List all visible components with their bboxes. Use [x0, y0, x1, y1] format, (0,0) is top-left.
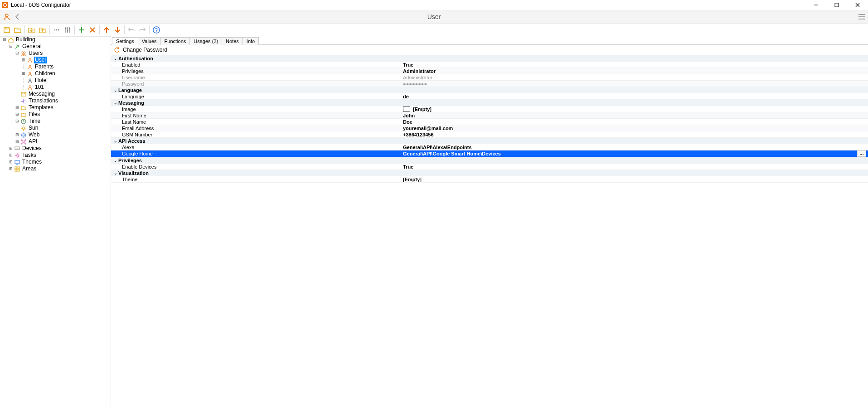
prop-firstname[interactable]: First NameJohn — [111, 112, 868, 119]
tree-item-general[interactable]: General — [21, 43, 43, 50]
user-icon — [27, 78, 33, 84]
prop-alexa[interactable]: AlexaGeneral\API\Alexa\Endpoints — [111, 144, 868, 150]
tree-item-sun[interactable]: Sun — [28, 125, 39, 131]
menu-icon[interactable] — [858, 14, 865, 20]
translate-icon — [20, 98, 27, 104]
tab-values[interactable]: Values — [138, 37, 161, 45]
prop-image[interactable]: Image[Empty] — [111, 106, 868, 112]
prop-email[interactable]: Email Addressyouremail@mail.com — [111, 125, 868, 131]
sliders-icon[interactable] — [63, 25, 73, 35]
prop-google-home[interactable]: Google Home General\API\Google Smart Hom… — [111, 150, 868, 157]
prop-lastname[interactable]: Last NameDoe — [111, 119, 868, 125]
tree-item-translations[interactable]: Translations — [28, 97, 59, 104]
tree-item-api[interactable]: API — [28, 138, 38, 145]
close-button[interactable] — [847, 0, 868, 10]
prop-privileges[interactable]: PrivilegesAdministrator — [111, 68, 868, 74]
refresh-icon[interactable] — [114, 47, 120, 53]
tree-item-building[interactable]: Building — [15, 36, 36, 43]
expander-icon[interactable]: ⊞ — [15, 131, 19, 138]
more-button[interactable]: ⋯ — [52, 25, 62, 35]
tab-info[interactable]: Info — [242, 37, 259, 45]
svg-rect-33 — [18, 167, 19, 169]
tree-item-messaging[interactable]: Messaging — [28, 91, 56, 97]
titlebar: Local - bOS Configurator — [0, 0, 868, 10]
new-folder-button[interactable] — [13, 25, 23, 35]
svg-point-24 — [25, 139, 26, 140]
svg-point-12 — [29, 65, 31, 67]
delete-button[interactable] — [87, 25, 97, 35]
image-thumbnail — [403, 107, 410, 112]
expander-icon[interactable]: ⊞ — [15, 111, 19, 118]
tree-item-files[interactable]: Files — [28, 111, 41, 118]
change-password-link[interactable]: Change Password — [123, 47, 167, 53]
tabstrip: Settings Values Functions Usages (2) Not… — [111, 35, 868, 45]
category-api-access[interactable]: ⌄API Access — [111, 138, 868, 144]
import-button[interactable] — [27, 25, 37, 35]
page-title: User — [21, 13, 847, 20]
undo-button[interactable] — [126, 25, 136, 35]
minimize-button[interactable] — [805, 0, 826, 10]
tree-item-themes[interactable]: Themes — [21, 159, 43, 165]
back-button[interactable] — [15, 14, 20, 20]
category-authentication[interactable]: ⌄Authentication — [111, 55, 868, 62]
expander-icon[interactable]: ⊞ — [8, 145, 13, 152]
expander-icon[interactable]: ⊞ — [15, 138, 19, 145]
tree-item-101[interactable]: 101 — [34, 84, 45, 91]
ellipsis-button[interactable]: … — [857, 150, 866, 157]
commandbar: Change Password — [111, 45, 868, 55]
move-up-button[interactable] — [102, 25, 112, 35]
tab-usages[interactable]: Usages (2) — [189, 37, 222, 45]
folder-icon — [20, 111, 27, 118]
help-button[interactable] — [151, 25, 161, 35]
prop-enable-devices[interactable]: Enable DevicesTrue — [111, 164, 868, 170]
expander-icon[interactable]: ⊞ — [8, 159, 13, 165]
tab-settings[interactable]: Settings — [112, 37, 138, 45]
export-button[interactable] — [38, 25, 48, 35]
redo-button[interactable] — [137, 25, 147, 35]
svg-point-23 — [21, 139, 22, 140]
tree-pane[interactable]: ⊟ Building ⊟ General — [0, 35, 111, 407]
expander-icon[interactable]: ⊞ — [8, 152, 13, 159]
prop-enabled[interactable]: EnabledTrue — [111, 62, 868, 68]
property-grid[interactable]: ⌄Authentication EnabledTrue PrivilegesAd… — [111, 55, 868, 407]
category-messaging[interactable]: ⌄Messaging — [111, 100, 868, 106]
category-language[interactable]: ⌄Language — [111, 87, 868, 93]
expander-icon[interactable]: ⊞ — [21, 70, 26, 77]
expander-icon[interactable]: ⊞ — [21, 57, 26, 63]
expander-icon[interactable]: ⊟ — [2, 36, 7, 43]
save-button[interactable] — [2, 25, 12, 35]
category-privileges[interactable]: ⌄Privileges — [111, 157, 868, 164]
expander-icon[interactable]: ⊟ — [8, 43, 13, 50]
tree-item-templates[interactable]: Templates — [28, 104, 54, 111]
user-icon — [27, 71, 33, 77]
prop-gsm[interactable]: GSM Number+3864123456 — [111, 131, 868, 138]
expander-icon[interactable]: ⊟ — [15, 50, 19, 57]
tree-item-users[interactable]: Users — [28, 50, 44, 57]
tree-item-children[interactable]: Children — [34, 70, 56, 77]
user-icon — [27, 57, 33, 63]
app-icon — [2, 2, 8, 8]
svg-rect-18 — [24, 101, 26, 103]
tree-item-web[interactable]: Web — [28, 131, 40, 138]
category-visualization[interactable]: ⌄Visualization — [111, 170, 868, 176]
tree-item-tasks[interactable]: Tasks — [21, 152, 37, 159]
prop-theme[interactable]: Theme[Empty] — [111, 176, 868, 183]
toolbar: ⋯ — [0, 24, 868, 37]
tree-item-user[interactable]: User — [34, 57, 47, 63]
tree-item-parents[interactable]: Parents — [34, 63, 54, 70]
expander-icon[interactable]: ⊞ — [15, 118, 19, 125]
tree-item-hotel[interactable]: Hotel — [34, 77, 48, 84]
tree-item-time[interactable]: Time — [28, 118, 41, 125]
tree-item-areas[interactable]: Areas — [21, 165, 37, 172]
svg-point-14 — [29, 78, 31, 80]
add-button[interactable] — [77, 25, 87, 35]
prop-language[interactable]: Languagede — [111, 93, 868, 100]
maximize-button[interactable] — [826, 0, 847, 10]
move-down-button[interactable] — [112, 25, 122, 35]
expander-icon[interactable]: ⊞ — [8, 165, 13, 172]
expander-icon[interactable]: ⊞ — [15, 104, 19, 111]
tab-notes[interactable]: Notes — [222, 37, 243, 45]
svg-point-5 — [67, 30, 68, 32]
tab-functions[interactable]: Functions — [160, 37, 190, 45]
tree-item-devices[interactable]: Devices — [21, 145, 43, 152]
